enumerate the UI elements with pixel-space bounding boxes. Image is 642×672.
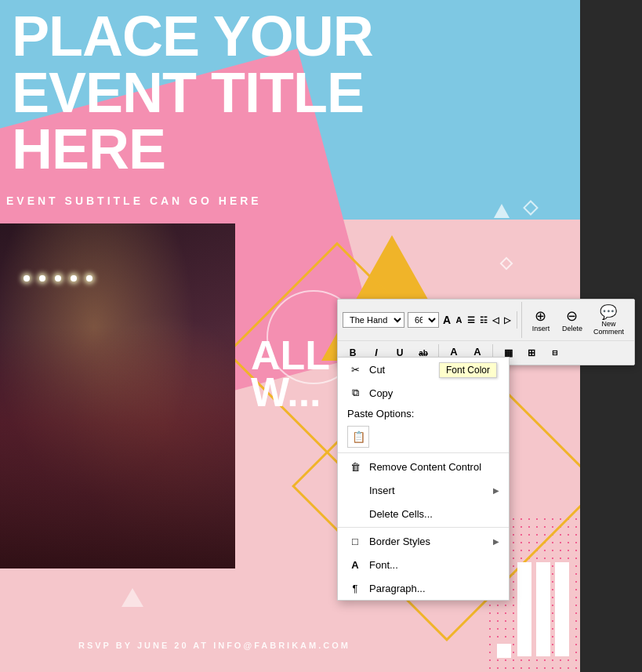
delete-icon: ⊖ <box>566 307 578 325</box>
rsvp-text[interactable]: RSVP BY JUNE 20 AT INFO@FABRIKAM.COM <box>78 641 350 650</box>
white-square-deco <box>497 644 511 658</box>
event-title-line2: EVENT TITLE <box>12 64 443 121</box>
bullets-button[interactable]: ☰ <box>466 311 476 329</box>
bar-2 <box>536 562 550 656</box>
context-menu-copy[interactable]: ⧉ Copy <box>338 381 509 405</box>
border-styles-arrow-icon: ▶ <box>493 537 499 546</box>
context-menu-font[interactable]: A Font... <box>338 553 509 576</box>
light-dot <box>86 275 92 282</box>
context-menu-insert[interactable]: Insert ▶ <box>338 478 509 502</box>
context-menu-remove-content-control[interactable]: 🗑 Remove Content Control <box>338 455 509 478</box>
event-subtitle[interactable]: EVENT SUBTITLE CAN GO HERE <box>6 194 262 207</box>
photo-overlay <box>0 223 235 568</box>
font-ctx-icon: A <box>347 557 363 572</box>
event-photo <box>0 223 235 568</box>
paragraph-ctx-label: Paragraph... <box>369 583 426 594</box>
context-menu-border-styles[interactable]: □ Border Styles ▶ <box>338 529 509 553</box>
new-comment-icon: 💬 <box>600 303 617 321</box>
insert-ctx-icon <box>347 482 363 498</box>
new-comment-label: New Comment <box>593 321 624 336</box>
decrease-indent-button[interactable]: ◁ <box>491 311 500 329</box>
paste-default-button[interactable]: 📋 <box>347 426 369 448</box>
delete-button[interactable]: ⊖ Delete <box>557 302 588 338</box>
people-silhouette <box>0 327 235 568</box>
numbering-button[interactable]: ☷ <box>479 311 488 329</box>
insert-icon: ⊕ <box>535 307 546 325</box>
more-borders-button[interactable]: ⊟ <box>545 343 565 362</box>
context-menu: ✂ Cut ⧉ Copy Paste Options: 📋 🗑 Remove C… <box>337 357 510 601</box>
font-ctx-label: Font... <box>369 559 398 571</box>
triangle-deco-3 <box>500 257 513 271</box>
insert-button[interactable]: ⊕ Insert <box>525 302 557 338</box>
triangle-deco-1 <box>494 204 510 218</box>
border-styles-label: Border Styles <box>369 536 430 547</box>
grow-font-button[interactable]: A <box>442 311 452 329</box>
formatting-toolbar: The Hand 66 A A ☰ ☷ ◁ ▷ ⊕ Insert ⊖ Delet… <box>337 299 635 365</box>
toolbar-action-group: ⊕ Insert ⊖ Delete 💬 New Comment <box>521 302 629 338</box>
remove-content-control-label: Remove Content Control <box>369 461 481 473</box>
bar-3 <box>555 562 569 656</box>
highlight-a-label: A <box>473 346 481 358</box>
context-menu-cut[interactable]: ✂ Cut <box>338 358 509 381</box>
borders-button[interactable]: ⊞ <box>521 343 542 362</box>
copy-label: Copy <box>369 387 393 399</box>
ctx-separator-2 <box>338 527 509 528</box>
event-title-text: PLACE YOUR <box>12 8 443 64</box>
light-dot <box>55 275 61 282</box>
remove-content-control-icon: 🗑 <box>347 459 363 474</box>
event-title-block[interactable]: PLACE YOUR EVENT TITLE HERE <box>0 0 455 185</box>
cut-icon: ✂ <box>347 361 363 377</box>
delete-cells-icon <box>347 506 363 521</box>
context-menu-paragraph[interactable]: ¶ Paragraph... <box>338 576 509 600</box>
font-name-dropdown[interactable]: The Hand <box>343 312 404 328</box>
font-size-dropdown[interactable]: 66 <box>408 312 439 328</box>
paste-options-label: Paste Options: <box>347 408 414 420</box>
paste-icons-row: 📋 <box>338 423 509 451</box>
new-comment-button[interactable]: 💬 New Comment <box>588 302 629 338</box>
insert-arrow-icon: ▶ <box>493 486 499 495</box>
shrink-font-button[interactable]: A <box>455 311 463 329</box>
vertical-bars <box>517 531 580 672</box>
toolbar-row-font: The Hand 66 A A ☰ ☷ ◁ ▷ ⊕ Insert ⊖ Delet… <box>338 300 634 341</box>
cut-label: Cut <box>369 364 385 376</box>
border-styles-icon: □ <box>347 533 363 549</box>
event-title-line3: HERE <box>12 121 443 177</box>
triangle-deco-5 <box>122 588 143 607</box>
copy-icon: ⧉ <box>347 385 363 401</box>
paragraph-ctx-icon: ¶ <box>347 580 363 596</box>
increase-indent-button[interactable]: ▷ <box>503 311 512 329</box>
light-dot <box>39 275 45 282</box>
context-menu-delete-cells[interactable]: Delete Cells... <box>338 502 509 525</box>
paste-options-header: Paste Options: <box>338 405 509 423</box>
delete-cells-label: Delete Cells... <box>369 508 433 520</box>
insert-ctx-label: Insert <box>369 485 395 496</box>
light-dot <box>71 275 77 282</box>
ctx-separator-1 <box>338 452 509 453</box>
bar-1 <box>517 562 531 656</box>
font-color-a-label: A <box>450 346 457 358</box>
light-dot <box>24 275 30 282</box>
